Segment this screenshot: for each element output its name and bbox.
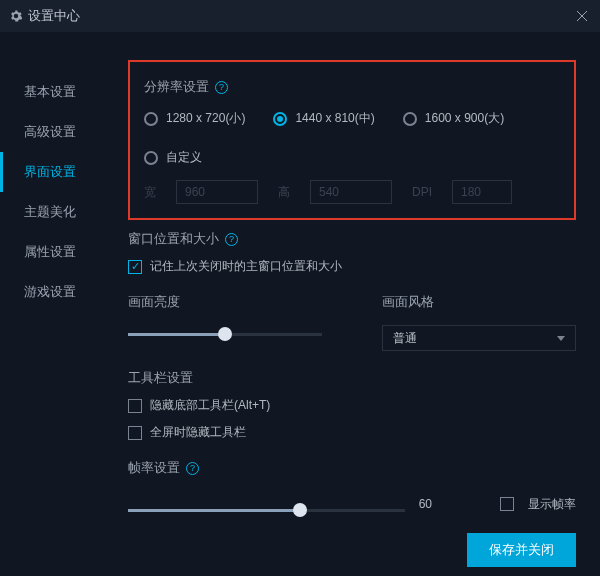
width-label: 宽 [144, 184, 156, 201]
help-icon[interactable]: ? [186, 462, 199, 475]
sidebar-item-label: 基本设置 [24, 84, 76, 99]
show-fps-label: 显示帧率 [528, 496, 576, 513]
style-selected: 普通 [393, 330, 417, 347]
brightness-title: 画面亮度 [128, 293, 180, 311]
radio-label: 自定义 [166, 149, 202, 166]
sidebar-item-label: 主题美化 [24, 204, 76, 219]
width-input[interactable] [176, 180, 258, 204]
show-fps-checkbox[interactable]: ✓ [500, 497, 514, 511]
content-panel: 分辨率设置? 1280 x 720(小) 1440 x 810(中) 1600 … [100, 32, 600, 524]
gear-icon [10, 10, 22, 22]
settings-window: 设置中心 基本设置 高级设置 界面设置 主题美化 属性设置 游戏设置 分辨率设置… [0, 0, 600, 576]
radio-label: 1600 x 900(大) [425, 110, 504, 127]
brightness-slider[interactable] [128, 325, 322, 345]
hide-fullscreen-toolbar-checkbox[interactable]: ✓ [128, 426, 142, 440]
sidebar-item-game[interactable]: 游戏设置 [0, 272, 100, 312]
resolution-title: 分辨率设置 [144, 78, 209, 96]
radio-label: 1440 x 810(中) [295, 110, 374, 127]
radio-1600[interactable]: 1600 x 900(大) [403, 110, 504, 127]
sidebar-item-basic[interactable]: 基本设置 [0, 72, 100, 112]
close-icon [576, 10, 588, 22]
dpi-input[interactable] [452, 180, 512, 204]
resolution-section-highlight: 分辨率设置? 1280 x 720(小) 1440 x 810(中) 1600 … [128, 60, 576, 220]
titlebar: 设置中心 [0, 0, 600, 32]
sidebar-item-label: 高级设置 [24, 124, 76, 139]
help-icon[interactable]: ? [225, 233, 238, 246]
hide-fullscreen-toolbar-label: 全屏时隐藏工具栏 [150, 424, 246, 441]
hide-bottom-toolbar-checkbox[interactable]: ✓ [128, 399, 142, 413]
save-close-button[interactable]: 保存并关闭 [467, 533, 576, 567]
sidebar-item-label: 游戏设置 [24, 284, 76, 299]
fps-value: 60 [419, 497, 432, 511]
fps-slider[interactable] [128, 501, 405, 521]
toolbar-title: 工具栏设置 [128, 369, 193, 387]
radio-custom[interactable]: 自定义 [144, 149, 202, 166]
radio-1440[interactable]: 1440 x 810(中) [273, 110, 374, 127]
radio-1280[interactable]: 1280 x 720(小) [144, 110, 245, 127]
sidebar-item-interface[interactable]: 界面设置 [0, 152, 100, 192]
sidebar-item-label: 属性设置 [24, 244, 76, 259]
style-title: 画面风格 [382, 293, 434, 311]
window-title: 设置中心 [28, 7, 80, 25]
hide-bottom-toolbar-label: 隐藏底部工具栏(Alt+T) [150, 397, 270, 414]
height-label: 高 [278, 184, 290, 201]
sidebar-item-property[interactable]: 属性设置 [0, 232, 100, 272]
close-button[interactable] [574, 8, 590, 24]
help-icon[interactable]: ? [215, 81, 228, 94]
sidebar-item-theme[interactable]: 主题美化 [0, 192, 100, 232]
chevron-down-icon [557, 336, 565, 341]
radio-label: 1280 x 720(小) [166, 110, 245, 127]
sidebar: 基本设置 高级设置 界面设置 主题美化 属性设置 游戏设置 [0, 32, 100, 524]
sidebar-item-label: 界面设置 [24, 164, 76, 179]
style-select[interactable]: 普通 [382, 325, 576, 351]
fps-title: 帧率设置 [128, 459, 180, 477]
height-input[interactable] [310, 180, 392, 204]
dpi-label: DPI [412, 185, 432, 199]
winpos-title: 窗口位置和大小 [128, 230, 219, 248]
footer: 保存并关闭 [0, 524, 600, 576]
sidebar-item-advanced[interactable]: 高级设置 [0, 112, 100, 152]
remember-pos-checkbox[interactable]: ✓ [128, 260, 142, 274]
remember-pos-label: 记住上次关闭时的主窗口位置和大小 [150, 258, 342, 275]
